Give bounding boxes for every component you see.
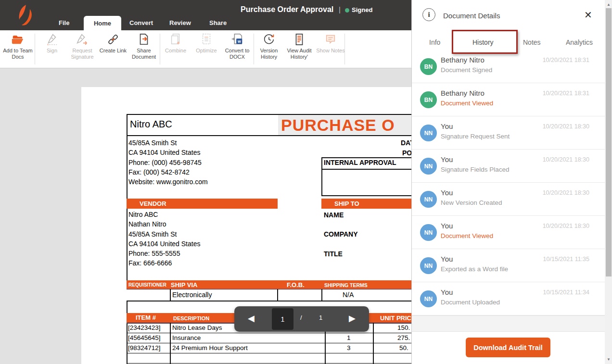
download-audit-trail-button[interactable]: Download Audit Trail [466,338,550,357]
scroll-down-icon[interactable]: ▼ [605,357,612,362]
menu-file[interactable]: File [59,19,69,26]
table-rule [373,323,374,364]
history-action-link[interactable]: Document Viewed [441,232,493,239]
item-number-cell: [23423423] [128,324,161,331]
page-navigation-bar: ◀ 1 / 1 ▶ [234,306,369,332]
audit-doc-icon [292,33,306,46]
po-title: PURCHASE O [281,116,395,135]
history-user-name: You [441,155,453,163]
toolbar-divider [160,34,160,64]
internal-approval-rule [321,169,411,170]
table-rule [127,363,411,364]
history-timestamp: 10/20/2021 18:30 [543,189,589,196]
toolbar-button-label: Request Signature [66,48,98,60]
po-address-line: Fax: (000) 542-8742 [128,168,190,176]
tab-info[interactable]: Info [429,38,440,46]
shipping-header: SHIP VIA [171,281,197,289]
history-list-item: NN You Signature Fields Placed 10/20/202… [412,150,605,183]
toolbar-divider [35,34,35,64]
menu-convert[interactable]: Convert [129,19,153,26]
pen-arrow-icon [75,33,89,46]
po-address-line: CA 94104 United States [128,149,200,156]
version-history-button[interactable]: Version History [255,33,282,66]
history-list-item: NN You Signature Request Sent 10/20/2021… [412,116,605,150]
add-to-team-docs-button[interactable]: Add to Team Docs [2,33,34,66]
history-list-item: NN You Document Uploaded 10/15/2021 11:3… [412,282,605,315]
show-notes-button: Show Notes [316,33,345,66]
toolbar-button-label: Convert to DOCX [222,48,253,60]
current-page-input[interactable]: 1 [272,308,293,330]
history-action: Exported as a Word file [441,265,508,273]
ship-via-value: Electronically [172,291,212,299]
convert-to-docx-button[interactable]: w Convert to DOCX [222,33,253,66]
history-action: Signature Request Sent [441,133,510,140]
item-price-cell: 275. [397,334,410,341]
history-user-name: Bethany Nitro [441,89,484,97]
scroll-up-icon[interactable]: ▲ [605,2,612,7]
item-number-cell: [98324712] [128,344,161,351]
svg-text:w: w [237,39,241,44]
history-timestamp: 10/20/2021 18:31 [543,90,589,97]
panel-title: Document Details [443,12,500,20]
po-address-line: Website: www.gonitro.com [128,178,208,186]
toolbar-button-label: Sign [47,48,57,54]
signed-status-dot-icon [345,8,349,13]
vendor-line: Nitro ABC [128,211,158,218]
close-icon[interactable]: ✕ [584,9,592,21]
vendor-line: CA 94104 United States [128,240,200,248]
scrollbar-thumb[interactable] [606,8,612,276]
link-icon [106,33,120,46]
menu-share[interactable]: Share [209,19,227,26]
shipping-header: REQUISITIONER [128,282,166,288]
menu-home-active-tab[interactable]: Home [84,16,121,30]
toolbar-button-label: Version History [255,48,282,60]
item-description-cell: Insurance [172,334,201,341]
nitro-logo-icon [14,3,35,26]
optimize-button: Optimize [192,33,220,66]
previous-page-button[interactable]: ◀ [248,313,255,324]
view-audit-history-button[interactable]: View Audit History' [283,33,315,66]
history-timestamp: 10/20/2021 18:30 [543,156,589,163]
menu-review[interactable]: Review [169,19,191,26]
combine-pages-icon [168,33,183,46]
tab-notes[interactable]: Notes [523,38,541,46]
history-action-link[interactable]: Document Viewed [441,100,493,107]
shipping-value-row [127,289,411,301]
nitro-app-window: File Home Convert Review Share Purchase … [0,0,612,364]
table-rule [170,289,171,301]
shipping-header-bar [127,280,411,289]
history-list-item: BN Bethany Nitro Document Signed 10/20/2… [412,50,605,83]
avatar: NN [420,125,437,141]
folder-open-icon [11,33,25,46]
combine-button: Combine [162,33,189,66]
share-doc-icon [137,33,151,46]
avatar: NN [420,158,437,175]
po-address-line: 45/85A Smith St [128,139,177,147]
table-rule [127,343,411,343]
item-qty-cell: 3 [347,344,351,351]
tab-analytics[interactable]: Analytics [566,38,593,46]
history-action: Document Signed [441,66,492,74]
share-document-button[interactable]: Share Document [129,33,159,66]
po-title-rule [127,135,411,136]
panel-scrollbar[interactable]: ▲ ▼ [605,0,612,364]
ship-to-header-bar: SHIP TO [321,199,411,209]
history-list-item: BN Bethany Nitro Document Viewed 10/20/2… [412,83,605,116]
next-page-button[interactable]: ▶ [349,313,356,324]
toolbar-divider [254,34,254,64]
ship-to-field-label: NAME [324,211,344,219]
history-timestamp: 10/15/2021 11:34 [543,289,589,296]
toolbar-button-label: View Audit History' [283,48,315,60]
avatar: BN [420,91,437,108]
create-link-button[interactable]: Create Link [97,33,129,66]
history-user-name: You [441,255,453,263]
toolbar-button-label: Optimize [196,48,217,54]
item-description-cell: 24 Premium Hour Support [172,344,248,351]
po-date-label: DAT [401,139,411,147]
shipping-terms-value: N/A [343,291,354,299]
history-user-name: You [441,122,453,130]
history-user-name: You [441,188,453,197]
info-icon: i [422,8,435,21]
total-pages-label: 1 [319,314,322,321]
toolbar-button-label: Show Notes [316,48,344,54]
